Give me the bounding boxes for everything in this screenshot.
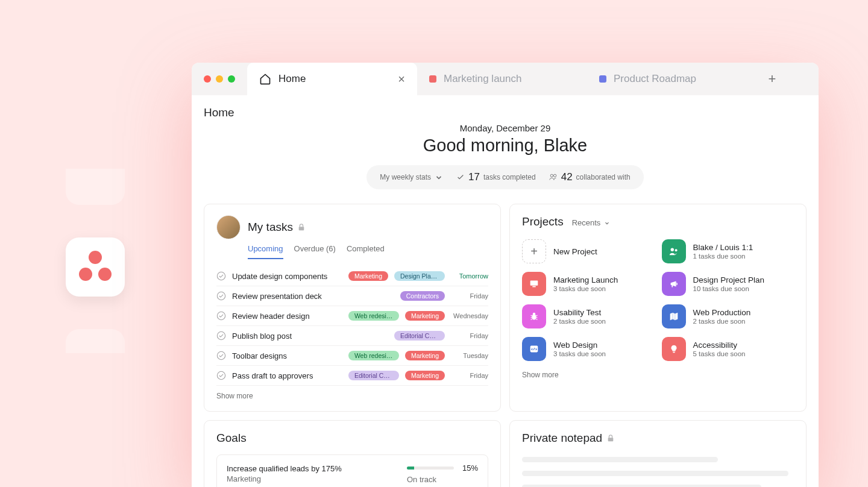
notepad-content[interactable] (522, 457, 794, 487)
dock-app-placeholder[interactable] (66, 329, 125, 353)
task-tag[interactable]: Marketing (348, 271, 388, 281)
svg-rect-2 (299, 227, 304, 230)
tab-label: Home (278, 73, 306, 85)
svg-point-10 (675, 249, 677, 251)
project-item[interactable]: Design Project Plan10 tasks due soon (662, 272, 794, 296)
task-name: Toolbar designs (232, 351, 287, 360)
task-tag[interactable]: Design Plan... (394, 271, 445, 281)
task-tab-upcoming[interactable]: Upcoming (248, 244, 283, 259)
task-row[interactable]: Review presentation deck Contractors Fri… (216, 286, 488, 306)
project-name: Blake / Louis 1:1 (693, 243, 753, 252)
svg-point-0 (550, 174, 553, 177)
task-tag[interactable]: Contractors (400, 291, 445, 301)
new-project-button[interactable]: +New Project (522, 239, 655, 263)
lock-icon (298, 224, 305, 231)
projects-card: Projects Recents +New Project Blake / Lo… (509, 204, 807, 412)
home-icon (259, 73, 271, 85)
dock-app-asana[interactable] (66, 237, 125, 297)
tab-color-icon (429, 75, 436, 83)
tab-label: Marketing launch (444, 73, 521, 85)
svg-point-14 (533, 313, 536, 316)
dock-app-placeholder[interactable] (66, 169, 125, 205)
task-tag[interactable]: Web redesign (348, 351, 399, 360)
check-circle-icon[interactable] (216, 331, 226, 341)
projects-filter-dropdown[interactable]: Recents (572, 218, 611, 227)
project-name: Accessibility (693, 341, 746, 350)
avatar[interactable] (216, 215, 241, 239)
task-name: Update design components (232, 272, 327, 281)
projects-show-more[interactable]: Show more (522, 371, 794, 379)
task-tab-completed[interactable]: Completed (347, 244, 385, 259)
goal-percent: 15% (462, 463, 478, 473)
project-name: Design Project Plan (693, 275, 765, 284)
project-item[interactable]: Marketing Launch3 tasks due soon (522, 272, 655, 296)
tab-home[interactable]: Home × (247, 63, 417, 95)
task-row[interactable]: Publish blog post Editorial Cal... Frida… (216, 326, 488, 346)
tab-product-roadmap[interactable]: Product Roadmap (587, 63, 757, 95)
task-due: Wednesday (451, 312, 488, 319)
task-row[interactable]: Review header design Web redesignMarketi… (216, 306, 488, 326)
project-item[interactable]: Web Production2 tasks due soon (662, 304, 794, 328)
check-icon (456, 173, 465, 181)
svg-point-4 (217, 292, 225, 300)
tab-label: Product Roadmap (614, 73, 696, 85)
check-circle-icon[interactable] (216, 291, 226, 301)
notepad-card: Private notepad (509, 420, 807, 487)
project-item[interactable]: Blake / Louis 1:11 tasks due soon (662, 239, 794, 263)
task-tab-overdue[interactable]: Overdue (6) (294, 244, 336, 259)
tab-color-icon (599, 75, 606, 83)
app-window: Home × Marketing launch Product Roadmap … (192, 63, 819, 487)
svg-point-6 (217, 331, 225, 339)
project-name: New Project (553, 247, 597, 256)
stats-filter-dropdown[interactable]: My weekly stats (380, 173, 443, 181)
goal-title: Increase qualified leads by 175% (227, 464, 407, 473)
check-circle-icon[interactable] (216, 271, 226, 281)
project-item[interactable]: Web Design3 tasks due soon (522, 337, 655, 361)
close-tab-icon[interactable]: × (398, 72, 405, 86)
task-tag[interactable]: Marketing (405, 351, 445, 360)
task-tag[interactable]: Marketing (405, 311, 445, 321)
svg-point-3 (217, 272, 225, 280)
task-tag[interactable]: Editorial Cal... (394, 331, 445, 341)
check-circle-icon[interactable] (216, 351, 226, 360)
hero-greeting: Good morning, Blake (204, 136, 807, 156)
task-name: Review header design (232, 312, 310, 321)
project-item[interactable]: Accessibility5 tasks due soon (662, 337, 794, 361)
tasks-show-more[interactable]: Show more (216, 392, 488, 400)
notepad-title: Private notepad (522, 432, 602, 445)
goal-progress-bar (407, 467, 454, 470)
people-icon (662, 239, 686, 263)
new-tab-button[interactable]: + (757, 71, 787, 87)
task-name: Publish blog post (232, 331, 292, 341)
maximize-window-button[interactable] (228, 75, 235, 83)
my-tasks-title: My tasks (248, 221, 293, 234)
task-row[interactable]: Pass draft to approvers Editorial Cal...… (216, 366, 488, 386)
goals-title: Goals (216, 432, 488, 445)
task-due: Friday (451, 292, 488, 300)
task-name: Pass draft to approvers (232, 371, 313, 380)
task-tag[interactable]: Web redesign (348, 311, 399, 321)
monitor-icon (522, 272, 546, 296)
project-subtitle: 5 tasks due soon (693, 350, 746, 357)
task-tag[interactable]: Editorial Cal... (348, 371, 399, 380)
project-subtitle: 3 tasks due soon (553, 285, 618, 292)
task-tag[interactable]: Marketing (405, 371, 445, 380)
projects-title: Projects (522, 215, 564, 228)
task-due: Friday (451, 372, 488, 379)
task-row[interactable]: Update design components MarketingDesign… (216, 266, 488, 286)
asana-logo-icon (78, 250, 113, 284)
close-window-button[interactable] (204, 75, 211, 83)
stats-collaborated: 42 collaborated with (549, 171, 631, 183)
minimize-window-button[interactable] (216, 75, 223, 83)
goals-card: Goals Increase qualified leads by 175% M… (204, 420, 501, 487)
project-item[interactable]: Usability Test2 tasks due soon (522, 304, 655, 328)
task-row[interactable]: Toolbar designs Web redesignMarketing Tu… (216, 346, 488, 366)
goal-item[interactable]: Increase qualified leads by 175% Marketi… (216, 454, 488, 487)
task-due: Tomorrow (451, 272, 488, 280)
svg-point-8 (217, 371, 225, 379)
svg-point-1 (553, 174, 556, 177)
check-circle-icon[interactable] (216, 371, 226, 380)
check-circle-icon[interactable] (216, 311, 226, 321)
plus-icon: + (522, 239, 546, 263)
tab-marketing-launch[interactable]: Marketing launch (417, 63, 587, 95)
